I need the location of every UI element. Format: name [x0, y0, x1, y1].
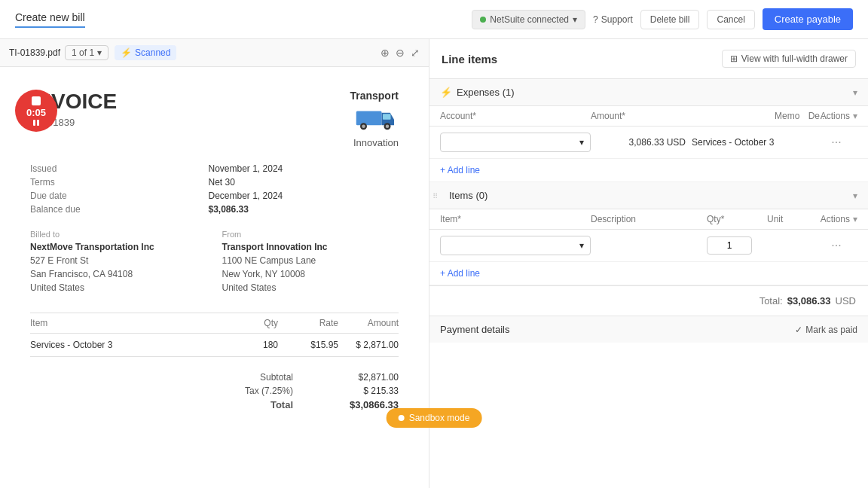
item-select-chevron-icon: ▾ [579, 240, 584, 251]
sandbox-mode-label: Sandbox mode [409, 413, 470, 423]
pdf-name-badge: TI-01839.pdf 1 of 1 ▾ [9, 45, 108, 60]
terms-value: Net 30 [209, 177, 399, 188]
total-value: $3,0866.33 [338, 399, 399, 410]
pdf-toolbar-right: ⊕ ⊖ ⤢ [381, 47, 420, 59]
mark-as-paid-label: Mark as paid [805, 325, 857, 335]
expense-amount: 3,086.33 USD [591, 137, 692, 148]
netsuite-connected-button[interactable]: NetSuite connected ▾ [472, 10, 585, 29]
table-row: Services - October 3 180 $15.95 $ 2,871.… [30, 334, 399, 356]
col-amount-header: Amount [338, 318, 399, 328]
account-select-chevron-icon: ▾ [579, 137, 584, 148]
from-section: From Transport Innovation Inc 1100 NE Ca… [222, 230, 399, 294]
total-label: Total [218, 399, 293, 410]
items-section-header[interactable]: ⠿ Items (0) ▾ [429, 182, 868, 209]
truck-icon [353, 102, 399, 132]
svg-point-5 [386, 125, 390, 129]
items-bill-line-row: ▾ ··· [429, 230, 868, 262]
pdf-filename: TI-01839.pdf [9, 47, 60, 58]
expenses-section-header[interactable]: ⚡ Expenses (1) ▾ [429, 79, 868, 106]
items-add-line-row: + Add line [429, 262, 868, 285]
page-indicator[interactable]: 1 of 1 ▾ [65, 45, 108, 60]
cancel-button[interactable]: Cancel [707, 10, 754, 29]
expenses-account-col: Account* [440, 111, 591, 121]
items-actions-chevron-icon: ▾ [853, 214, 857, 224]
item-name: Services - October 3 [30, 340, 218, 350]
invoice-meta: Issued November 1, 2024 Terms Net 30 Due… [30, 163, 399, 215]
timer-display: 0:05 [26, 107, 46, 118]
expenses-add-line-row: + Add line [429, 159, 868, 182]
page-number: 1 of 1 [72, 47, 94, 58]
support-label: Support [601, 14, 633, 25]
expenses-bill-lines-header: Account* Amount* Memo De... Actions ▾ [429, 106, 868, 127]
expenses-bolt-icon: ⚡ [440, 87, 452, 98]
mark-as-paid-button[interactable]: ✓ Mark as paid [795, 325, 857, 335]
page-title: Create new bill [15, 11, 85, 28]
invoice-header: INVOICE #TI-01839 Transport Innovation [30, 90, 399, 148]
item-more-button[interactable]: ··· [827, 236, 845, 255]
timer-widget[interactable]: 0:05 [15, 90, 57, 132]
tax-value: $ 215.33 [338, 386, 399, 396]
drawer-icon: ⊞ [730, 53, 738, 64]
expenses-section-title: Expenses (1) [457, 87, 515, 98]
items-table-header: Item Qty Rate Amount [30, 313, 399, 334]
expenses-actions-chevron-icon: ▾ [853, 111, 857, 121]
item-select[interactable]: ▾ [440, 236, 591, 255]
total-footer: Total: $3,086.33 USD [429, 285, 868, 316]
zoom-out-icon[interactable]: ⊖ [396, 47, 405, 59]
expense-more-button[interactable]: ··· [827, 133, 845, 151]
view-full-width-button[interactable]: ⊞ View with full-width drawer [722, 50, 856, 68]
support-button[interactable]: ? Support [593, 14, 633, 25]
items-add-line-button[interactable]: + Add line [440, 268, 480, 279]
page-chevron-icon: ▾ [97, 47, 102, 58]
company-name-top: Transport [350, 90, 399, 102]
netsuite-chevron-icon: ▾ [573, 14, 577, 25]
left-panel: TI-01839.pdf 1 of 1 ▾ ⚡ Scanned ⊕ ⊖ ⤢ 0: [0, 39, 429, 488]
col-item-header: Item [30, 318, 218, 328]
svg-point-3 [362, 125, 365, 129]
account-select[interactable]: ▾ [440, 133, 591, 152]
expenses-actions-btn[interactable]: Actions ▾ [827, 111, 857, 121]
total-row: Total $3,0866.33 [218, 399, 399, 410]
billed-to-label: Billed to [30, 230, 207, 239]
subtotal-value: $2,871.00 [338, 372, 399, 383]
total-footer-currency: USD [836, 295, 856, 307]
item-qty: 180 [218, 340, 278, 350]
items-actions-btn[interactable]: Actions ▾ [827, 214, 857, 224]
support-icon: ? [593, 14, 598, 25]
items-actions-label: Actions [821, 214, 850, 224]
sandbox-mode-badge: Sandbox mode [387, 408, 482, 428]
expenses-header-left: ⚡ Expenses (1) [440, 87, 515, 98]
delete-bill-button[interactable]: Delete bill [640, 10, 700, 29]
netsuite-status-dot [480, 17, 486, 23]
timer-stop-icon [32, 96, 41, 105]
top-bar-left: Create new bill [15, 11, 85, 28]
item-qty-input[interactable] [707, 236, 752, 255]
total-footer-label: Total: [760, 295, 783, 307]
invoice-totals: Subtotal $2,871.00 Tax (7.25%) $ 215.33 … [30, 372, 399, 410]
subtotal-row: Subtotal $2,871.00 [218, 372, 399, 383]
zoom-in-icon[interactable]: ⊕ [381, 47, 390, 59]
billed-to-company: NextMove Transportation Inc [30, 242, 207, 252]
expenses-chevron-icon: ▾ [853, 87, 857, 98]
create-payable-button[interactable]: Create payable [763, 8, 853, 30]
top-bar-right: NetSuite connected ▾ ? Support Delete bi… [472, 8, 853, 30]
invoice-items-table: Item Qty Rate Amount Services - October … [30, 313, 399, 357]
drag-handle-icon: ⠿ [432, 191, 438, 200]
invoice-content: 0:05 INVOICE #TI-01839 Transport [0, 67, 429, 488]
items-bill-lines-header: Item* Description Qty* Unit Actions ▾ [429, 209, 868, 230]
company-name-bottom: Innovation [350, 137, 399, 148]
expenses-amount-col: Amount* [591, 111, 692, 121]
expand-icon[interactable]: ⤢ [411, 47, 420, 59]
expenses-memo-col: Memo [775, 111, 799, 121]
balance-due-value: $3,086.33 [209, 204, 399, 215]
from-label: From [222, 230, 399, 239]
right-panel: Line items ⊞ View with full-width drawer… [429, 39, 868, 488]
billed-to-section: Billed to NextMove Transportation Inc 52… [30, 230, 207, 294]
balance-due-label: Balance due [30, 204, 197, 215]
expenses-add-line-button[interactable]: + Add line [440, 165, 480, 175]
bolt-icon: ⚡ [121, 47, 132, 58]
col-rate-header: Rate [278, 318, 338, 328]
expenses-actions-label: Actions [821, 111, 850, 121]
company-logo-area: Transport Innovation [350, 90, 399, 148]
tax-label: Tax (7.25%) [218, 386, 293, 396]
